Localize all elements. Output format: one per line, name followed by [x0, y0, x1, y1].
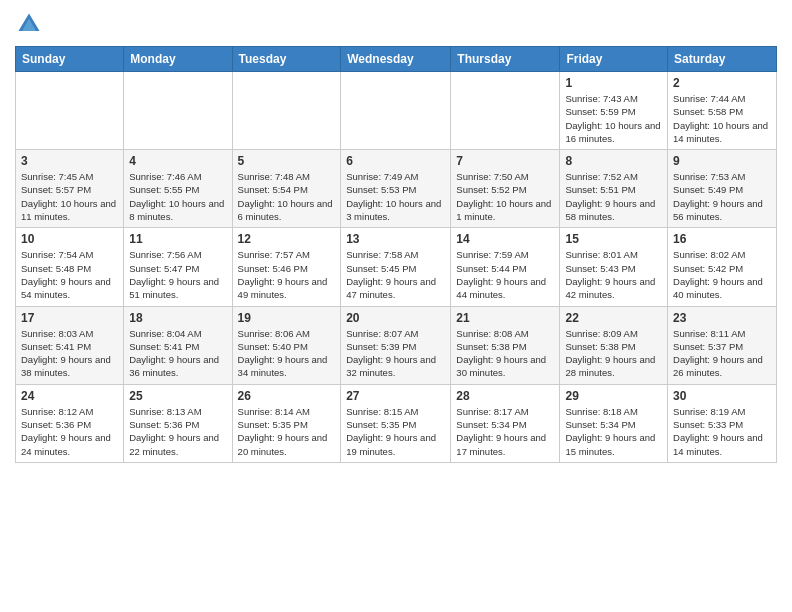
day-info: Sunrise: 7:46 AM Sunset: 5:55 PM Dayligh…: [129, 170, 226, 223]
day-number: 8: [565, 154, 662, 168]
day-info: Sunrise: 8:15 AM Sunset: 5:35 PM Dayligh…: [346, 405, 445, 458]
week-row-1: 1Sunrise: 7:43 AM Sunset: 5:59 PM Daylig…: [16, 72, 777, 150]
day-cell: 19Sunrise: 8:06 AM Sunset: 5:40 PM Dayli…: [232, 306, 341, 384]
day-cell: 24Sunrise: 8:12 AM Sunset: 5:36 PM Dayli…: [16, 384, 124, 462]
logo-icon: [15, 10, 43, 38]
day-number: 22: [565, 311, 662, 325]
day-info: Sunrise: 7:52 AM Sunset: 5:51 PM Dayligh…: [565, 170, 662, 223]
day-number: 10: [21, 232, 118, 246]
day-cell: 7Sunrise: 7:50 AM Sunset: 5:52 PM Daylig…: [451, 150, 560, 228]
day-info: Sunrise: 7:45 AM Sunset: 5:57 PM Dayligh…: [21, 170, 118, 223]
day-info: Sunrise: 7:53 AM Sunset: 5:49 PM Dayligh…: [673, 170, 771, 223]
day-number: 18: [129, 311, 226, 325]
day-cell: 14Sunrise: 7:59 AM Sunset: 5:44 PM Dayli…: [451, 228, 560, 306]
day-info: Sunrise: 8:14 AM Sunset: 5:35 PM Dayligh…: [238, 405, 336, 458]
day-number: 29: [565, 389, 662, 403]
day-header-wednesday: Wednesday: [341, 47, 451, 72]
day-cell: 8Sunrise: 7:52 AM Sunset: 5:51 PM Daylig…: [560, 150, 668, 228]
day-cell: 27Sunrise: 8:15 AM Sunset: 5:35 PM Dayli…: [341, 384, 451, 462]
day-info: Sunrise: 8:19 AM Sunset: 5:33 PM Dayligh…: [673, 405, 771, 458]
day-info: Sunrise: 8:01 AM Sunset: 5:43 PM Dayligh…: [565, 248, 662, 301]
day-cell: 2Sunrise: 7:44 AM Sunset: 5:58 PM Daylig…: [668, 72, 777, 150]
header-row: SundayMondayTuesdayWednesdayThursdayFrid…: [16, 47, 777, 72]
day-number: 11: [129, 232, 226, 246]
day-cell: 28Sunrise: 8:17 AM Sunset: 5:34 PM Dayli…: [451, 384, 560, 462]
day-number: 3: [21, 154, 118, 168]
day-number: 27: [346, 389, 445, 403]
day-info: Sunrise: 8:03 AM Sunset: 5:41 PM Dayligh…: [21, 327, 118, 380]
day-header-thursday: Thursday: [451, 47, 560, 72]
day-info: Sunrise: 7:50 AM Sunset: 5:52 PM Dayligh…: [456, 170, 554, 223]
day-header-saturday: Saturday: [668, 47, 777, 72]
day-number: 26: [238, 389, 336, 403]
day-cell: [341, 72, 451, 150]
day-cell: 9Sunrise: 7:53 AM Sunset: 5:49 PM Daylig…: [668, 150, 777, 228]
day-cell: 23Sunrise: 8:11 AM Sunset: 5:37 PM Dayli…: [668, 306, 777, 384]
day-info: Sunrise: 8:17 AM Sunset: 5:34 PM Dayligh…: [456, 405, 554, 458]
week-row-5: 24Sunrise: 8:12 AM Sunset: 5:36 PM Dayli…: [16, 384, 777, 462]
day-number: 16: [673, 232, 771, 246]
day-cell: [451, 72, 560, 150]
day-cell: 12Sunrise: 7:57 AM Sunset: 5:46 PM Dayli…: [232, 228, 341, 306]
day-info: Sunrise: 8:06 AM Sunset: 5:40 PM Dayligh…: [238, 327, 336, 380]
day-info: Sunrise: 7:59 AM Sunset: 5:44 PM Dayligh…: [456, 248, 554, 301]
week-row-2: 3Sunrise: 7:45 AM Sunset: 5:57 PM Daylig…: [16, 150, 777, 228]
day-cell: 25Sunrise: 8:13 AM Sunset: 5:36 PM Dayli…: [124, 384, 232, 462]
day-info: Sunrise: 7:48 AM Sunset: 5:54 PM Dayligh…: [238, 170, 336, 223]
day-info: Sunrise: 8:04 AM Sunset: 5:41 PM Dayligh…: [129, 327, 226, 380]
day-cell: [232, 72, 341, 150]
page: SundayMondayTuesdayWednesdayThursdayFrid…: [0, 0, 792, 612]
day-cell: 15Sunrise: 8:01 AM Sunset: 5:43 PM Dayli…: [560, 228, 668, 306]
day-cell: 20Sunrise: 8:07 AM Sunset: 5:39 PM Dayli…: [341, 306, 451, 384]
calendar-body: 1Sunrise: 7:43 AM Sunset: 5:59 PM Daylig…: [16, 72, 777, 463]
day-cell: 26Sunrise: 8:14 AM Sunset: 5:35 PM Dayli…: [232, 384, 341, 462]
day-header-friday: Friday: [560, 47, 668, 72]
day-info: Sunrise: 8:09 AM Sunset: 5:38 PM Dayligh…: [565, 327, 662, 380]
day-cell: 4Sunrise: 7:46 AM Sunset: 5:55 PM Daylig…: [124, 150, 232, 228]
day-cell: [16, 72, 124, 150]
day-header-monday: Monday: [124, 47, 232, 72]
day-number: 13: [346, 232, 445, 246]
day-number: 15: [565, 232, 662, 246]
day-info: Sunrise: 8:13 AM Sunset: 5:36 PM Dayligh…: [129, 405, 226, 458]
day-info: Sunrise: 7:54 AM Sunset: 5:48 PM Dayligh…: [21, 248, 118, 301]
logo: [15, 10, 47, 38]
day-info: Sunrise: 7:56 AM Sunset: 5:47 PM Dayligh…: [129, 248, 226, 301]
day-header-tuesday: Tuesday: [232, 47, 341, 72]
day-cell: 3Sunrise: 7:45 AM Sunset: 5:57 PM Daylig…: [16, 150, 124, 228]
day-info: Sunrise: 7:43 AM Sunset: 5:59 PM Dayligh…: [565, 92, 662, 145]
day-number: 7: [456, 154, 554, 168]
week-row-4: 17Sunrise: 8:03 AM Sunset: 5:41 PM Dayli…: [16, 306, 777, 384]
day-number: 25: [129, 389, 226, 403]
day-number: 2: [673, 76, 771, 90]
day-info: Sunrise: 7:49 AM Sunset: 5:53 PM Dayligh…: [346, 170, 445, 223]
day-info: Sunrise: 7:44 AM Sunset: 5:58 PM Dayligh…: [673, 92, 771, 145]
day-number: 23: [673, 311, 771, 325]
day-info: Sunrise: 8:11 AM Sunset: 5:37 PM Dayligh…: [673, 327, 771, 380]
day-cell: 17Sunrise: 8:03 AM Sunset: 5:41 PM Dayli…: [16, 306, 124, 384]
calendar-table: SundayMondayTuesdayWednesdayThursdayFrid…: [15, 46, 777, 463]
day-info: Sunrise: 8:18 AM Sunset: 5:34 PM Dayligh…: [565, 405, 662, 458]
day-info: Sunrise: 8:12 AM Sunset: 5:36 PM Dayligh…: [21, 405, 118, 458]
day-number: 14: [456, 232, 554, 246]
day-number: 6: [346, 154, 445, 168]
day-header-sunday: Sunday: [16, 47, 124, 72]
day-number: 1: [565, 76, 662, 90]
day-info: Sunrise: 8:07 AM Sunset: 5:39 PM Dayligh…: [346, 327, 445, 380]
day-cell: [124, 72, 232, 150]
day-number: 5: [238, 154, 336, 168]
day-cell: 18Sunrise: 8:04 AM Sunset: 5:41 PM Dayli…: [124, 306, 232, 384]
day-cell: 21Sunrise: 8:08 AM Sunset: 5:38 PM Dayli…: [451, 306, 560, 384]
day-cell: 29Sunrise: 8:18 AM Sunset: 5:34 PM Dayli…: [560, 384, 668, 462]
day-number: 30: [673, 389, 771, 403]
week-row-3: 10Sunrise: 7:54 AM Sunset: 5:48 PM Dayli…: [16, 228, 777, 306]
header: [15, 10, 777, 38]
day-number: 20: [346, 311, 445, 325]
day-info: Sunrise: 8:02 AM Sunset: 5:42 PM Dayligh…: [673, 248, 771, 301]
day-number: 19: [238, 311, 336, 325]
day-cell: 30Sunrise: 8:19 AM Sunset: 5:33 PM Dayli…: [668, 384, 777, 462]
calendar-header: SundayMondayTuesdayWednesdayThursdayFrid…: [16, 47, 777, 72]
day-cell: 5Sunrise: 7:48 AM Sunset: 5:54 PM Daylig…: [232, 150, 341, 228]
day-cell: 6Sunrise: 7:49 AM Sunset: 5:53 PM Daylig…: [341, 150, 451, 228]
day-info: Sunrise: 8:08 AM Sunset: 5:38 PM Dayligh…: [456, 327, 554, 380]
